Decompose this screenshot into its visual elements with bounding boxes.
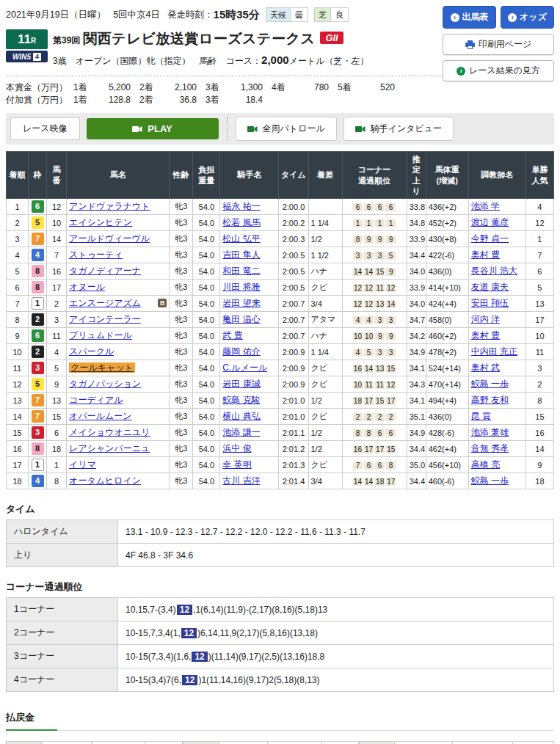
horse-number: 9 (47, 376, 67, 393)
sex-age: 牝3 (170, 231, 193, 247)
jockey-link[interactable]: 池添 謙一 (222, 427, 260, 437)
trainer-link[interactable]: 鮫島 一歩 (471, 475, 509, 486)
finish-time: 2:00.5 (279, 247, 308, 263)
horse-name-link[interactable]: タガノパッション (69, 379, 141, 389)
finish-position: 13 (7, 393, 29, 409)
trainer-link[interactable]: 安田 翔伍 (471, 298, 509, 308)
racecard-button[interactable]: › 出馬表 (443, 6, 496, 29)
trainer-link[interactable]: 鮫島 一歩 (471, 379, 509, 389)
video-bar: レース映像 PLAY 全周パトロール 騎手インタビュー (6, 113, 554, 145)
corner-position-box: 3 (364, 252, 374, 260)
prize-rank: 3着 (206, 94, 229, 106)
horse-name-link[interactable]: プリュムドール (69, 330, 132, 340)
carried-weight: 54.0 (193, 263, 220, 280)
result-row: 712Bエンスージアズム牝354.0岩田 望来2:00.73/412121314… (7, 296, 554, 312)
trainer-cell: 渡辺 薫彦 (468, 215, 526, 231)
win-popularity: 3 (526, 360, 553, 376)
result-guide-button[interactable]: › レース結果の見方 (443, 60, 554, 81)
horse-name-link[interactable]: アイコンテーラー (69, 314, 141, 324)
win-popularity: 6 (526, 263, 553, 280)
horse-name-link[interactable]: エイシンヒテン (69, 217, 132, 227)
jockey-link[interactable]: 岩田 望来 (222, 298, 260, 308)
jockey-link[interactable]: 松山 弘平 (222, 233, 260, 244)
jockey-link[interactable]: 岩田 康誠 (222, 379, 260, 389)
print-page-button[interactable]: 印刷用ページ (443, 34, 554, 55)
trainer-link[interactable]: 河内 洋 (471, 314, 500, 324)
horse-name-link[interactable]: オヌール (69, 282, 105, 292)
patrol-video-button[interactable]: 全周パトロール (236, 117, 337, 141)
column-header: 馬名 (67, 152, 170, 199)
horse-name-link[interactable]: レアシャンパーニュ (69, 443, 150, 453)
win-popularity: 1 (526, 231, 553, 247)
trainer-link[interactable]: 奥村 豊 (471, 330, 500, 340)
horse-name-link[interactable]: オータムヒロイン (69, 475, 141, 486)
trainer-link[interactable]: 池添 学 (471, 201, 500, 211)
trainer-link[interactable]: 高野 友和 (471, 395, 509, 405)
win-popularity: 10 (526, 328, 553, 344)
horse-name-link[interactable]: イリマ (69, 459, 96, 470)
trainer-link[interactable]: 今野 貞一 (471, 233, 509, 244)
jockey-link[interactable]: 和田 竜二 (222, 266, 260, 276)
corner-position-box: 4 (353, 316, 363, 324)
frame-number-badge: 7 (32, 394, 44, 406)
corner-position-box: 15 (386, 365, 396, 373)
finish-margin: 1/2 (308, 441, 342, 457)
trainer-link[interactable]: 友道 康夫 (471, 282, 509, 292)
trainer-link[interactable]: 長谷川 浩大 (471, 266, 517, 276)
trainer-link[interactable]: 奥村 武 (471, 362, 500, 373)
horse-name-link[interactable]: ストゥーティ (69, 249, 123, 260)
horse-name-link[interactable]: スパークル (69, 346, 114, 357)
jockey-link[interactable]: 武 豊 (222, 330, 242, 340)
jockey-link[interactable]: 鮫島 克駿 (222, 395, 260, 405)
corner-position-box: 4 (364, 316, 374, 324)
trainer-link[interactable]: 奥村 豊 (471, 249, 500, 260)
horse-name-link[interactable]: タガノディアーナ (69, 266, 141, 276)
jockey-link[interactable]: C.ルメール (222, 362, 267, 373)
horse-number: 13 (47, 393, 67, 409)
jockey-link[interactable]: 亀田 温心 (222, 314, 260, 324)
horse-name-link[interactable]: メイショウオニユリ (69, 427, 150, 437)
jockey-link[interactable]: 川田 将雅 (222, 282, 260, 292)
carried-weight: 54.0 (193, 360, 220, 376)
result-row: 2510エイシンヒテン牝354.0松若 風馬2:00.21 1/4111134.… (7, 215, 554, 231)
horse-name-link[interactable]: コーディアル (69, 395, 123, 405)
trainer-link[interactable]: 音無 秀孝 (471, 443, 509, 453)
jockey-cell: 岩田 望来 (220, 296, 279, 312)
horse-name-link[interactable]: オパールムーン (69, 411, 131, 421)
trainer-link[interactable]: 渡辺 薫彦 (471, 217, 509, 227)
trainer-link[interactable]: 昆 貢 (471, 411, 491, 421)
horse-name-link[interactable]: アンドヴァラナウト (69, 201, 150, 211)
horse-name-link[interactable]: アールドヴィーヴル (69, 233, 150, 244)
trainer-link[interactable]: 池添 兼雄 (471, 427, 509, 437)
play-button[interactable]: PLAY (87, 118, 219, 139)
trainer-link[interactable]: 中内田 充正 (471, 346, 517, 357)
trainer-link[interactable]: 高橋 亮 (471, 459, 500, 470)
frame-cell: 7 (29, 231, 47, 247)
win-popularity: 11 (526, 344, 553, 360)
corner-positions: 16171715 (342, 441, 407, 457)
jockey-interview-button[interactable]: 騎手インタビュー (343, 117, 454, 141)
horse-name-link[interactable]: クールキャット (69, 362, 135, 373)
win-popularity: 2 (526, 376, 553, 393)
jockey-link[interactable]: 松若 風馬 (222, 217, 260, 227)
horse-body-weight: 428(-6) (426, 425, 468, 441)
frame-cell: 4 (29, 247, 47, 263)
jockey-link[interactable]: 福永 祐一 (222, 201, 260, 211)
frame-cell: 8 (29, 263, 47, 280)
jockey-link[interactable]: 幸 英明 (222, 459, 251, 470)
jockey-link[interactable]: 古川 吉洋 (222, 475, 260, 486)
carried-weight: 54.0 (193, 312, 220, 328)
corner-position-box: 12 (364, 300, 374, 308)
frame-cell: 8 (29, 280, 47, 296)
horse-name-cell: アイコンテーラー (67, 312, 170, 328)
result-row: 6817オヌール牝354.0川田 将雅2:00.5クビ1212111233.94… (7, 280, 554, 296)
lap-time-table: ハロンタイム 13.1 - 10.9 - 12.3 - 12.7 - 12.2 … (6, 519, 554, 567)
horse-name-link[interactable]: エンスージアズム (69, 298, 141, 308)
frame-number-badge: 8 (32, 281, 44, 293)
odds-button[interactable]: › オッズ (501, 6, 554, 29)
jockey-link[interactable]: 浜中 俊 (222, 443, 251, 453)
corner-position-box: 12 (386, 381, 396, 389)
jockey-link[interactable]: 横山 典弘 (222, 411, 260, 421)
jockey-link[interactable]: 吉田 隼人 (222, 249, 260, 260)
jockey-link[interactable]: 藤岡 佑介 (222, 346, 260, 357)
